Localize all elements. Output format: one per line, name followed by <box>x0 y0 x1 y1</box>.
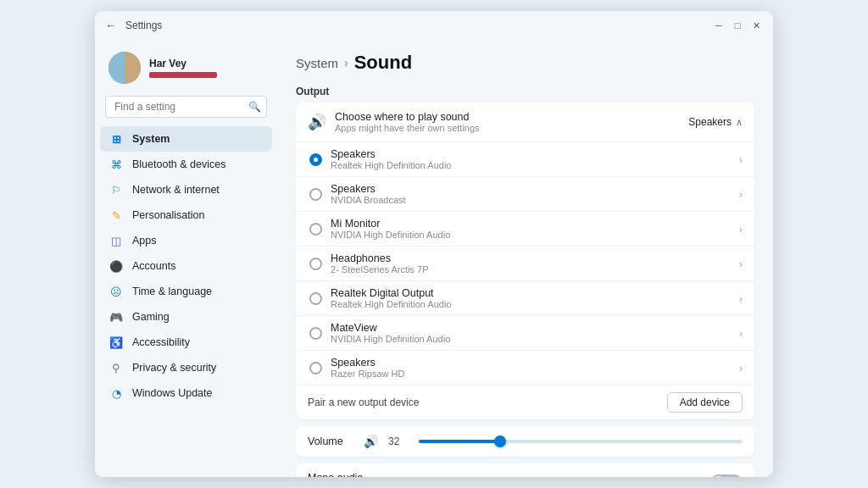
device-row-3[interactable]: Headphones 2- SteelSeries Arctis 7P › <box>296 247 754 281</box>
sidebar-item-network[interactable]: ⚐ Network & internet <box>95 177 277 202</box>
add-device-button[interactable]: Add device <box>667 392 743 413</box>
device-name-6: Speakers <box>331 357 404 369</box>
output-selected-device[interactable]: Speakers ∧ <box>688 116 743 128</box>
avatar-image <box>108 52 141 84</box>
device-row-4[interactable]: Realtek Digital Output Realtek High Defi… <box>296 281 754 316</box>
mono-audio-toggle[interactable] <box>710 474 743 477</box>
bluetooth-icon: ⌘ <box>108 157 124 172</box>
window-controls: ─ □ ✕ <box>712 19 763 32</box>
gaming-icon: 🎮 <box>108 309 124 324</box>
sidebar-item-label-accounts: Accounts <box>132 260 175 272</box>
radio-button-1[interactable] <box>309 188 322 201</box>
sidebar-item-label-time: Time & language <box>132 286 212 297</box>
device-row-5[interactable]: MateView NVIDIA High Definition Audio › <box>296 316 754 351</box>
device-info-2: Mi Monitor NVIDIA High Definition Audio <box>331 218 450 240</box>
sidebar-item-personalisation[interactable]: ✎ Personalisation <box>95 202 277 228</box>
device-sub-2: NVIDIA High Definition Audio <box>331 230 450 240</box>
sidebar-item-bluetooth[interactable]: ⌘ Bluetooth & devices <box>95 152 277 177</box>
chevron-up-icon: ∧ <box>736 117 743 128</box>
device-chevron-5: › <box>739 327 743 340</box>
breadcrumb: System › Sound <box>296 52 754 74</box>
device-sub-3: 2- SteelSeries Arctis 7P <box>331 264 429 274</box>
minimize-button[interactable]: ─ <box>712 19 726 32</box>
radio-button-5[interactable] <box>309 327 322 340</box>
avatar <box>108 52 141 84</box>
radio-button-3[interactable] <box>309 258 322 270</box>
accounts-icon: ⚫ <box>108 258 124 274</box>
search-icon: 🔍 <box>248 101 261 113</box>
device-row-0[interactable]: Speakers Realtek High Definition Audio › <box>296 142 754 177</box>
mono-right: Off <box>690 474 743 477</box>
time-icon: ☹ <box>108 284 124 299</box>
pair-label: Pair a new output device <box>308 396 419 408</box>
radio-button-2[interactable] <box>309 223 322 236</box>
breadcrumb-system: System <box>296 56 338 70</box>
sidebar-item-time[interactable]: ☹ Time & language <box>95 279 277 304</box>
titlebar: ← Settings ─ □ ✕ <box>95 11 773 38</box>
sidebar-item-accessibility[interactable]: ♿ Accessibility <box>95 330 277 355</box>
user-name: Har Vey <box>149 58 217 69</box>
radio-button-6[interactable] <box>309 362 322 374</box>
sidebar-item-label-apps: Apps <box>132 235 157 247</box>
radio-button-0[interactable] <box>309 153 322 166</box>
mono-audio-card: Mono audio Combine left and right audio … <box>296 463 754 477</box>
output-card-text: Choose where to play sound Apps might ha… <box>335 111 480 133</box>
sidebar-item-label-privacy: Privacy & security <box>132 362 216 374</box>
device-info-0: Speakers Realtek High Definition Audio <box>331 148 451 170</box>
personalisation-icon: ✎ <box>108 208 124 223</box>
sidebar: Har Vey 🔍 ⊞ System ⌘ Bluetooth & devices… <box>95 38 277 477</box>
volume-value: 32 <box>388 435 409 447</box>
device-row-1[interactable]: Speakers NVIDIA Broadcast › <box>296 177 754 212</box>
titlebar-left: ← Settings <box>103 18 162 33</box>
device-row-6[interactable]: Speakers Razer Ripsaw HD › <box>296 351 754 385</box>
sidebar-item-gaming[interactable]: 🎮 Gaming <box>95 304 277 330</box>
system-icon: ⊞ <box>108 131 124 147</box>
sidebar-item-label-gaming: Gaming <box>132 311 170 323</box>
close-button[interactable]: ✕ <box>749 19 763 32</box>
device-chevron-1: › <box>739 188 743 201</box>
sidebar-item-accounts[interactable]: ⚫ Accounts <box>95 253 277 279</box>
device-name-0: Speakers <box>331 148 451 160</box>
volume-slider-wrap <box>419 435 743 448</box>
device-name-2: Mi Monitor <box>331 218 450 230</box>
mono-left: Mono audio Combine left and right audio … <box>308 472 500 477</box>
output-section-label: Output <box>296 86 754 97</box>
sidebar-item-privacy[interactable]: ⚲ Privacy & security <box>95 355 277 380</box>
radio-button-4[interactable] <box>309 292 322 305</box>
volume-icon: 🔊 <box>364 435 378 448</box>
device-name-4: Realtek Digital Output <box>331 287 451 299</box>
device-left-2: Mi Monitor NVIDIA High Definition Audio <box>309 218 450 240</box>
speaker-icon: 🔊 <box>308 113 326 131</box>
volume-thumb[interactable] <box>494 435 506 447</box>
breadcrumb-current: Sound <box>354 52 412 74</box>
sidebar-item-apps[interactable]: ◫ Apps <box>95 228 277 253</box>
network-icon: ⚐ <box>108 182 124 197</box>
main-layout: Har Vey 🔍 ⊞ System ⌘ Bluetooth & devices… <box>95 38 773 477</box>
device-left-0: Speakers Realtek High Definition Audio <box>309 148 451 170</box>
device-chevron-6: › <box>739 362 743 374</box>
sidebar-item-update[interactable]: ◔ Windows Update <box>95 380 277 406</box>
device-info-5: MateView NVIDIA High Definition Audio <box>331 322 450 344</box>
sidebar-item-label-bluetooth: Bluetooth & devices <box>132 158 226 170</box>
breadcrumb-separator: › <box>344 56 348 69</box>
maximize-button[interactable]: □ <box>731 19 744 32</box>
device-chevron-0: › <box>739 153 743 166</box>
volume-label: Volume <box>308 435 353 447</box>
volume-track <box>419 440 743 443</box>
sidebar-item-label-personalisation: Personalisation <box>132 209 204 221</box>
device-row-2[interactable]: Mi Monitor NVIDIA High Definition Audio … <box>296 212 754 247</box>
device-info-1: Speakers NVIDIA Broadcast <box>331 183 406 205</box>
output-card-header[interactable]: 🔊 Choose where to play sound Apps might … <box>296 103 754 142</box>
device-sub-5: NVIDIA High Definition Audio <box>331 334 450 344</box>
output-device-card: 🔊 Choose where to play sound Apps might … <box>296 103 754 419</box>
search-box: 🔍 <box>105 96 267 118</box>
back-button[interactable]: ← <box>103 18 119 33</box>
output-card-header-left: 🔊 Choose where to play sound Apps might … <box>308 111 480 133</box>
device-info-3: Headphones 2- SteelSeries Arctis 7P <box>331 252 429 274</box>
search-input[interactable] <box>105 96 267 118</box>
mono-title: Mono audio <box>308 472 500 477</box>
sidebar-item-system[interactable]: ⊞ System <box>100 126 272 152</box>
device-left-4: Realtek Digital Output Realtek High Defi… <box>309 287 451 309</box>
sidebar-item-label-update: Windows Update <box>132 387 213 399</box>
privacy-icon: ⚲ <box>108 360 124 375</box>
